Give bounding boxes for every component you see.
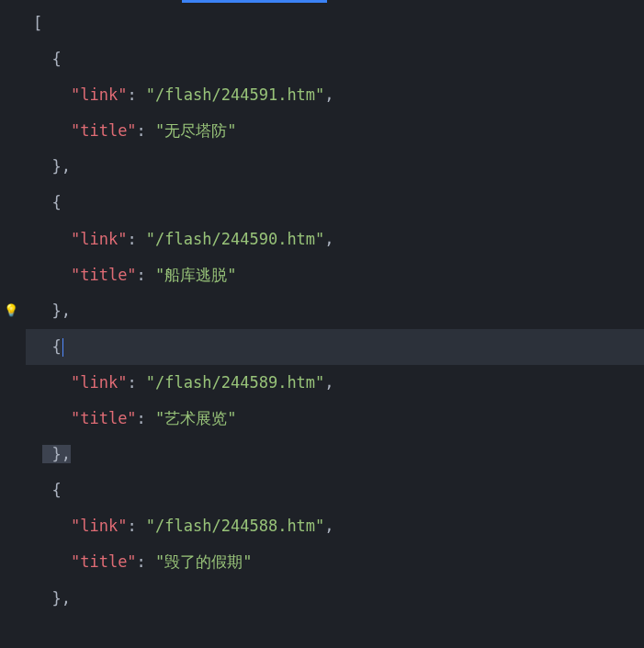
json-key: "title" — [71, 552, 137, 571]
json-string: "/flash/244588.htm" — [146, 517, 324, 535]
code-line[interactable]: }, — [26, 581, 644, 617]
indent — [33, 337, 51, 356]
json-punctuation: { — [51, 337, 61, 356]
json-punctuation: { — [51, 50, 61, 68]
json-key: "link" — [71, 85, 127, 104]
json-key: "title" — [71, 266, 137, 284]
indent — [33, 409, 71, 427]
indent — [33, 193, 51, 211]
json-key: "link" — [71, 373, 127, 392]
colon: : — [137, 121, 155, 140]
code-line[interactable]: { — [26, 472, 644, 508]
indent — [33, 301, 51, 320]
code-line[interactable]: [ — [26, 6, 644, 41]
json-key: "link" — [71, 230, 127, 248]
code-line[interactable]: "title": "船库逃脱" — [26, 257, 644, 293]
json-punctuation: }, — [51, 589, 70, 608]
json-string: "毁了的假期" — [155, 552, 252, 571]
code-line[interactable]: "title": "艺术展览" — [26, 401, 644, 437]
json-string: "船库逃脱" — [155, 266, 236, 284]
colon: : — [137, 552, 155, 571]
indent — [33, 266, 71, 284]
json-punctuation: }, — [51, 301, 70, 320]
colon: : — [127, 230, 145, 248]
indent — [33, 230, 71, 248]
indent — [33, 85, 71, 104]
code-line[interactable]: }, — [26, 437, 644, 472]
indent — [33, 50, 51, 68]
colon: : — [137, 266, 155, 284]
code-line[interactable]: }, — [26, 149, 644, 185]
code-line[interactable]: "title": "无尽塔防" — [26, 113, 644, 149]
code-line[interactable]: "title": "毁了的假期" — [26, 544, 644, 580]
json-string: "无尽塔防" — [155, 121, 236, 140]
json-punctuation: { — [51, 481, 61, 499]
json-punctuation: }, — [51, 157, 70, 176]
indent — [33, 517, 71, 535]
code-line[interactable]: { — [26, 185, 644, 221]
colon: : — [127, 85, 145, 104]
json-string: "艺术展览" — [155, 409, 236, 427]
comma: , — [324, 373, 333, 392]
code-editor[interactable]: [ { "link": "/flash/244591.htm", "title"… — [0, 0, 644, 617]
json-string: "/flash/244591.htm" — [146, 85, 324, 104]
colon: : — [127, 373, 145, 392]
json-key: "title" — [71, 409, 137, 427]
comma: , — [324, 85, 333, 104]
code-line[interactable]: "link": "/flash/244589.htm", — [26, 365, 644, 401]
code-line[interactable]: 💡 }, — [26, 293, 644, 329]
lightbulb-icon[interactable]: 💡 — [4, 303, 18, 318]
code-line[interactable]: { — [26, 41, 644, 77]
colon: : — [137, 409, 155, 427]
text-cursor — [62, 338, 63, 357]
indent — [33, 589, 51, 608]
indent — [33, 445, 42, 463]
json-string: "/flash/244589.htm" — [146, 373, 324, 392]
indent — [33, 121, 71, 140]
json-key: "link" — [71, 517, 127, 535]
json-punctuation: { — [51, 193, 61, 211]
json-punctuation: [ — [33, 14, 42, 32]
colon: : — [127, 517, 145, 535]
json-punctuation: }, — [42, 445, 71, 463]
code-line[interactable]: { — [26, 329, 644, 365]
indent — [33, 552, 71, 571]
json-key: "title" — [71, 121, 137, 140]
json-string: "/flash/244590.htm" — [146, 230, 324, 248]
indent — [33, 373, 71, 392]
code-line[interactable]: "link": "/flash/244591.htm", — [26, 77, 644, 113]
indent — [33, 481, 51, 499]
code-line[interactable]: "link": "/flash/244590.htm", — [26, 222, 644, 257]
code-line[interactable]: "link": "/flash/244588.htm", — [26, 508, 644, 544]
indent — [33, 157, 51, 176]
comma: , — [324, 230, 333, 248]
comma: , — [324, 517, 333, 535]
